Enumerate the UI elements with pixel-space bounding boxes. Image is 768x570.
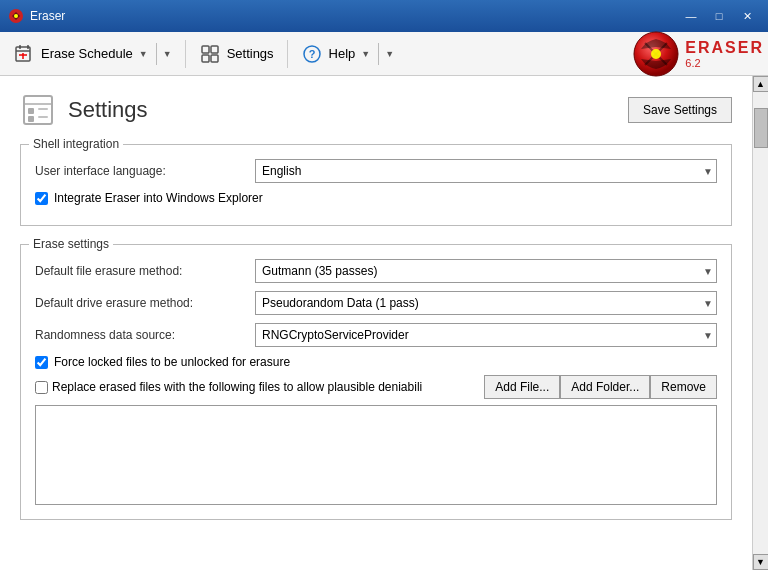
- language-select-wrapper: English Deutsch Español Français ▼: [255, 159, 717, 183]
- scroll-down-arrow[interactable]: ▼: [753, 554, 769, 570]
- help-icon: ?: [301, 43, 323, 65]
- add-file-button[interactable]: Add File...: [484, 375, 560, 399]
- svg-rect-10: [202, 55, 209, 62]
- svg-rect-20: [38, 108, 48, 110]
- erase-schedule-dropdown-arrow: ▼: [139, 49, 148, 59]
- default-file-label: Default file erasure method:: [35, 264, 255, 278]
- language-row: User interface language: English Deutsch…: [35, 159, 717, 183]
- svg-text:?: ?: [308, 48, 315, 60]
- svg-rect-21: [28, 116, 34, 122]
- maximize-button[interactable]: □: [706, 6, 732, 26]
- help-label: Help: [329, 46, 356, 61]
- svg-rect-19: [28, 108, 34, 114]
- page-header: Settings Save Settings: [20, 92, 732, 128]
- integrate-eraser-row: Integrate Eraser into Windows Explorer: [35, 191, 717, 205]
- svg-point-15: [651, 49, 661, 59]
- replace-erased-checkbox[interactable]: [35, 381, 48, 394]
- default-drive-select-wrapper: Pseudorandom Data (1 pass) Gutmann (35 p…: [255, 291, 717, 315]
- svg-rect-22: [38, 116, 48, 118]
- logo-text-group: ERASER 6.2: [685, 39, 764, 69]
- force-locked-checkbox[interactable]: [35, 356, 48, 369]
- erase-schedule-label: Erase Schedule: [41, 46, 133, 61]
- page-title-group: Settings: [20, 92, 148, 128]
- randomness-select-wrapper: RNGCryptoServiceProvider ISAAC ▼: [255, 323, 717, 347]
- help-split-arrow[interactable]: ▼: [385, 49, 394, 59]
- shell-integration-legend: Shell integration: [29, 137, 123, 151]
- svg-rect-8: [202, 46, 209, 53]
- force-locked-row: Force locked files to be unlocked for er…: [35, 355, 717, 369]
- content-area: Settings Save Settings Shell integration…: [0, 76, 752, 570]
- minimize-button[interactable]: —: [678, 6, 704, 26]
- default-file-row: Default file erasure method: Gutmann (35…: [35, 259, 717, 283]
- language-select[interactable]: English Deutsch Español Français: [255, 159, 717, 183]
- svg-point-1: [14, 14, 18, 18]
- replace-erased-row: Replace erased files with the following …: [35, 375, 717, 399]
- settings-page-icon: [20, 92, 56, 128]
- app-icon: [8, 8, 24, 24]
- randomness-row: Randomness data source: RNGCryptoService…: [35, 323, 717, 347]
- language-label: User interface language:: [35, 164, 255, 178]
- erase-schedule-split-arrow[interactable]: ▼: [163, 49, 172, 59]
- scroll-up-arrow[interactable]: ▲: [753, 76, 769, 92]
- svg-rect-3: [19, 45, 21, 49]
- logo-emblem: [631, 29, 681, 79]
- svg-rect-9: [211, 46, 218, 53]
- default-file-select-wrapper: Gutmann (35 passes) DoD 5220.22-M (7 pas…: [255, 259, 717, 283]
- integrate-eraser-label: Integrate Eraser into Windows Explorer: [54, 191, 263, 205]
- toolbar: Erase Schedule ▼ ▼ Settings ? Help ▼ ▼: [0, 32, 768, 76]
- settings-label: Settings: [227, 46, 274, 61]
- settings-icon: [199, 43, 221, 65]
- svg-rect-11: [211, 55, 218, 62]
- help-dropdown-arrow: ▼: [361, 49, 370, 59]
- force-locked-label: Force locked files to be unlocked for er…: [54, 355, 290, 369]
- remove-button[interactable]: Remove: [650, 375, 717, 399]
- erase-settings-legend: Erase settings: [29, 237, 113, 251]
- title-bar-left: Eraser: [8, 8, 65, 24]
- app-title: Eraser: [30, 9, 65, 23]
- erase-schedule-icon: [13, 43, 35, 65]
- close-button[interactable]: ✕: [734, 6, 760, 26]
- shell-integration-section: Shell integration User interface languag…: [20, 144, 732, 226]
- scrollbar: ▲ ▼: [752, 76, 768, 570]
- help-button[interactable]: ? Help ▼ ▼: [292, 37, 404, 71]
- svg-rect-4: [27, 45, 29, 49]
- default-drive-row: Default drive erasure method: Pseudorand…: [35, 291, 717, 315]
- integrate-eraser-checkbox[interactable]: [35, 192, 48, 205]
- add-folder-button[interactable]: Add Folder...: [560, 375, 650, 399]
- main-container: Settings Save Settings Shell integration…: [0, 76, 768, 570]
- default-drive-label: Default drive erasure method:: [35, 296, 255, 310]
- save-settings-button[interactable]: Save Settings: [628, 97, 732, 123]
- file-list-box[interactable]: [35, 405, 717, 505]
- erase-settings-section: Erase settings Default file erasure meth…: [20, 244, 732, 520]
- app-logo: ERASER 6.2: [631, 29, 764, 79]
- logo-version: 6.2: [685, 57, 700, 69]
- replace-erased-label: Replace erased files with the following …: [52, 380, 484, 394]
- default-drive-select[interactable]: Pseudorandom Data (1 pass) Gutmann (35 p…: [255, 291, 717, 315]
- randomness-select[interactable]: RNGCryptoServiceProvider ISAAC: [255, 323, 717, 347]
- scroll-thumb[interactable]: [754, 108, 768, 148]
- title-bar: Eraser — □ ✕: [0, 0, 768, 32]
- settings-button[interactable]: Settings: [190, 37, 283, 71]
- randomness-label: Randomness data source:: [35, 328, 255, 342]
- logo-name: ERASER: [685, 39, 764, 57]
- toolbar-separator-2: [287, 40, 288, 68]
- default-file-select[interactable]: Gutmann (35 passes) DoD 5220.22-M (7 pas…: [255, 259, 717, 283]
- toolbar-separator-1: [185, 40, 186, 68]
- page-title: Settings: [68, 97, 148, 123]
- window-controls: — □ ✕: [678, 6, 760, 26]
- erase-schedule-button[interactable]: Erase Schedule ▼ ▼: [4, 37, 181, 71]
